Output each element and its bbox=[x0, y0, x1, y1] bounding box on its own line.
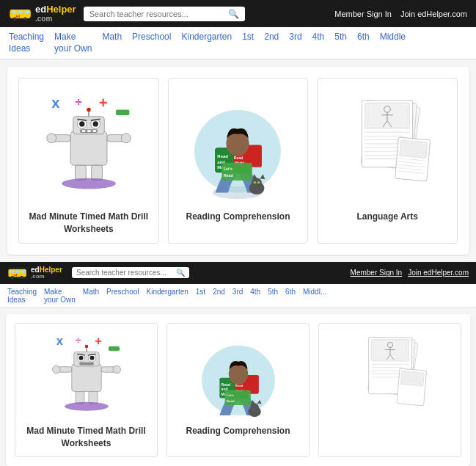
mini-nav-1st[interactable]: 1st bbox=[196, 288, 205, 296]
svg-rect-44 bbox=[222, 163, 253, 181]
main-content: x ÷ + bbox=[7, 67, 469, 255]
svg-rect-116 bbox=[224, 390, 250, 405]
svg-point-3 bbox=[23, 17, 27, 21]
svg-rect-81 bbox=[10, 270, 15, 273]
mini-search-icon[interactable]: 🔍 bbox=[176, 269, 185, 277]
svg-text:Let's: Let's bbox=[226, 393, 234, 397]
card2-langarts[interactable] bbox=[318, 323, 461, 458]
svg-point-103 bbox=[113, 365, 121, 374]
join-link[interactable]: Join edHelper.com bbox=[400, 10, 467, 18]
svg-text:x: x bbox=[51, 95, 60, 111]
nav-make-your-own[interactable]: Makeyour Own bbox=[54, 32, 92, 54]
mini-search-bar[interactable]: 🔍 bbox=[72, 267, 189, 278]
mini-nav: TeachingIdeas Makeyour Own Math Preschoo… bbox=[0, 284, 476, 308]
svg-point-102 bbox=[52, 365, 60, 374]
mini-nav-3rd[interactable]: 3rd bbox=[232, 288, 243, 296]
search-input[interactable] bbox=[89, 10, 228, 18]
card-language-arts[interactable]: Language Arts bbox=[317, 78, 458, 244]
card-grid: x ÷ + bbox=[18, 78, 458, 244]
nav-2nd[interactable]: 2nd bbox=[264, 32, 279, 43]
nav-4th[interactable]: 4th bbox=[312, 32, 325, 43]
svg-point-80 bbox=[21, 276, 23, 279]
mini-nav-5th[interactable]: 5th bbox=[268, 288, 278, 296]
card2-image-robot: x ÷ + bbox=[23, 331, 150, 419]
mini-member-sign-in[interactable]: Member Sign In bbox=[351, 269, 403, 277]
mini-logo-bus-icon: ed bbox=[7, 266, 28, 280]
card2-reading[interactable]: Read and Math Let's Read Math! Let's Rea… bbox=[166, 323, 310, 458]
svg-text:Read: Read bbox=[224, 173, 233, 178]
mini-nav-math[interactable]: Math bbox=[83, 288, 99, 296]
card2-mad-minute[interactable]: x ÷ + bbox=[15, 323, 158, 458]
svg-text:x: x bbox=[56, 334, 63, 347]
svg-rect-5 bbox=[18, 10, 23, 13]
svg-rect-22 bbox=[87, 130, 91, 132]
svg-point-106 bbox=[65, 402, 109, 411]
svg-text:Read: Read bbox=[221, 382, 230, 387]
card2-reading-title: Reading Comprehension bbox=[186, 425, 290, 437]
mini-nav-teaching[interactable]: TeachingIdeas bbox=[7, 288, 37, 304]
header-links: Member Sign In Join edHelper.com bbox=[334, 10, 467, 18]
nav-middle[interactable]: Middle bbox=[380, 32, 406, 43]
nav-preschool[interactable]: Preschool bbox=[132, 32, 171, 43]
logo-bus-icon: ed bbox=[9, 7, 32, 21]
reading-illustration: Read and Math Let's Read Math! Let's Rea… bbox=[190, 88, 285, 202]
mini-nav-4th[interactable]: 4th bbox=[250, 288, 260, 296]
svg-point-25 bbox=[87, 108, 91, 112]
mini-nav-make[interactable]: Makeyour Own bbox=[44, 288, 76, 304]
svg-text:Read: Read bbox=[226, 399, 234, 403]
card2-image-langarts bbox=[326, 331, 453, 419]
mini-nav-middle[interactable]: Middl... bbox=[303, 288, 326, 296]
card2-image-reading: Read and Math Let's Read Math! Let's Rea… bbox=[175, 331, 301, 419]
card-mad-minute[interactable]: x ÷ + bbox=[18, 78, 159, 244]
svg-rect-105 bbox=[89, 391, 98, 404]
svg-rect-104 bbox=[76, 391, 84, 404]
svg-point-99 bbox=[84, 345, 88, 349]
mini-logo[interactable]: ed edHelper .com bbox=[7, 266, 66, 280]
mini-join-link[interactable]: Join edHelper.com bbox=[408, 269, 469, 277]
card-langarts-title: Language Arts bbox=[356, 211, 418, 223]
nav-6th[interactable]: 6th bbox=[357, 32, 370, 43]
card-image-langarts bbox=[325, 86, 450, 203]
svg-point-92 bbox=[78, 356, 83, 360]
nav-3rd[interactable]: 3rd bbox=[289, 32, 301, 43]
card-reading-title: Reading Comprehension bbox=[186, 211, 290, 223]
card-mad-minute-title: Mad Minute Timed Math Drill Worksheets bbox=[26, 211, 151, 236]
svg-rect-82 bbox=[15, 270, 20, 273]
svg-rect-88 bbox=[109, 346, 120, 351]
card-image-reading: Read and Math Let's Read Math! Let's Rea… bbox=[176, 86, 301, 203]
svg-rect-31 bbox=[92, 165, 103, 180]
mini-search-input[interactable] bbox=[76, 269, 176, 277]
member-sign-in-link[interactable]: Member Sign In bbox=[334, 10, 392, 18]
search-icon[interactable]: 🔍 bbox=[228, 9, 239, 19]
svg-point-94 bbox=[89, 356, 94, 360]
logo[interactable]: ed edHelper .com bbox=[9, 4, 76, 23]
svg-rect-6 bbox=[25, 10, 29, 13]
logo-text: edHelper .com bbox=[35, 4, 76, 23]
nav-teaching-ideas[interactable]: TeachingIdeas bbox=[9, 32, 44, 54]
mini-logo-text: edHelper .com bbox=[31, 266, 62, 280]
svg-rect-72 bbox=[400, 140, 428, 159]
robot-illustration: x ÷ + bbox=[45, 88, 133, 202]
svg-rect-4 bbox=[12, 10, 16, 13]
nav-math[interactable]: Math bbox=[102, 32, 122, 43]
search-bar[interactable]: 🔍 bbox=[84, 7, 245, 21]
nav-5th[interactable]: 5th bbox=[334, 32, 347, 43]
svg-text:ed: ed bbox=[16, 15, 21, 18]
mini-nav-kindergarten[interactable]: Kindergarten bbox=[147, 288, 188, 296]
card-grid-2: x ÷ + bbox=[15, 323, 461, 458]
svg-text:÷: ÷ bbox=[75, 95, 81, 109]
svg-point-52 bbox=[254, 181, 256, 183]
mini-nav-preschool[interactable]: Preschool bbox=[106, 288, 139, 296]
card-reading[interactable]: Read and Math Let's Read Math! Let's Rea… bbox=[168, 78, 309, 244]
langarts-illustration bbox=[340, 88, 435, 202]
mini-header: ed edHelper .com 🔍 Member Sign In Join e… bbox=[0, 262, 476, 284]
nav-1st[interactable]: 1st bbox=[242, 32, 254, 43]
svg-point-28 bbox=[47, 134, 56, 143]
svg-text:ed: ed bbox=[13, 273, 17, 277]
svg-point-49 bbox=[252, 178, 263, 189]
mini-nav-2nd[interactable]: 2nd bbox=[213, 288, 225, 296]
nav-kindergarten[interactable]: Kindergarten bbox=[181, 32, 232, 43]
svg-text:÷: ÷ bbox=[76, 334, 81, 345]
svg-rect-12 bbox=[70, 131, 107, 165]
mini-nav-6th[interactable]: 6th bbox=[285, 288, 296, 296]
